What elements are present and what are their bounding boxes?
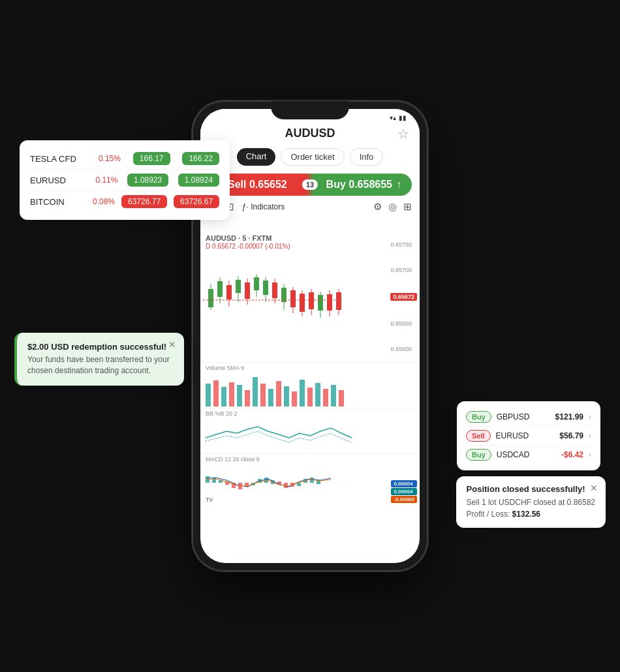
bitcoin-change: 0.08% [89,197,115,206]
svg-rect-27 [327,294,332,311]
usdcad-pos-pnl: -$6.42 [561,450,583,459]
bitcoin-sell-price[interactable]: 63726.77 [121,195,167,208]
volume-chart: Volume SMA 9 [200,362,420,408]
watchlist-row-eurusd: EURUSD 0.11% 1.08923 1.08924 [30,170,219,191]
svg-rect-39 [268,389,273,406]
gbpusd-pnl: $121.99 [555,412,583,421]
eurusd-name: EURUSD [30,176,82,185]
price-labels: 0.65750 0.65700 0.65672 0.65650 0.65600 [390,232,417,362]
svg-rect-32 [213,380,219,406]
indicators-button[interactable]: ƒ· Indicators [242,202,285,211]
star-button[interactable]: ☆ [397,126,409,142]
bb-chart: BB %B 20 2 [200,408,420,453]
tesla-name: TESLA CFD [30,154,82,164]
tesla-change: 0.15% [95,154,121,163]
tab-chart[interactable]: Chart [237,148,276,166]
sell-price: Sell 0.65652 [228,179,287,191]
svg-rect-3 [217,281,223,297]
signal-icon: ▾▴ [390,114,396,121]
position-row-usdcad[interactable]: Buy USDCAD -$6.42 › [466,446,591,464]
pos-toast-pnl: $132.56 [512,510,540,519]
svg-rect-21 [300,294,305,312]
svg-rect-33 [221,387,226,406]
current-price-tag: 0.65672 [390,293,417,301]
chart-pair-label: AUDUSD · 5 · FXTM [206,234,271,242]
svg-rect-31 [206,384,211,406]
svg-rect-38 [260,384,266,406]
svg-rect-35 [237,385,242,406]
battery-icon: ▮▮ [399,114,407,121]
svg-rect-46 [323,389,328,406]
tab-order[interactable]: Order ticket [281,148,344,166]
watchlist-row-tesla: TESLA CFD 0.15% 166.17 166.22 [30,148,219,170]
pos-toast-title: Position closed successfully! [467,484,595,494]
chart-price-change: D 0.65672 -0.00007 (-0.01%) [206,243,290,250]
main-chart: AUDUSD · 5 · FXTM D 0.65672 -0.00007 (-0… [200,232,420,362]
svg-rect-51 [212,478,216,483]
eurusd-sell-price[interactable]: 1.08923 [127,174,168,187]
tradingview-logo: TV [206,496,213,503]
gbpusd-type: Buy [466,411,491,423]
success-toast: $2.00 USD redemption successful! Your fu… [14,333,184,386]
usdcad-pos-type: Buy [466,449,491,461]
eurusd-pos-arrow-icon: › [589,431,591,440]
svg-rect-48 [339,390,344,406]
bb-label: BB %B 20 2 [206,410,238,417]
eurusd-change: 0.11% [91,176,117,185]
tab-bar: Chart Order ticket Info [200,145,420,171]
tab-info[interactable]: Info [350,148,384,166]
watchlist-card: TESLA CFD 0.15% 166.17 166.22 EURUSD 0.1… [20,140,230,220]
svg-rect-47 [331,385,336,406]
scene: ▾▴ ▮▮ AUDUSD ☆ Chart Order ticket Info ↑… [0,0,620,672]
eurusd-pos-name: EURUSD [496,431,555,440]
svg-rect-45 [315,383,320,406]
tesla-sell-price[interactable]: 166.17 [133,152,170,165]
svg-rect-41 [284,386,289,406]
watchlist-row-bitcoin: BITCOIN 0.08% 63726.77 63726.67 [30,191,219,212]
settings-icon[interactable]: ⚙ [373,201,382,213]
position-row-gbpusd[interactable]: Buy GBPUSD $121.99 › [466,408,591,427]
svg-rect-7 [236,280,241,293]
bitcoin-buy-price[interactable]: 63726.67 [174,195,219,208]
position-closed-toast: Position closed successfully! Sell 1 lot… [456,476,606,528]
pos-toast-line2: Profit / Loss: [467,510,510,519]
phone-screen: ▾▴ ▮▮ AUDUSD ☆ Chart Order ticket Info ↑… [200,109,420,563]
pos-toast-line1: Sell 1 lot USDCHF closed at 0.86582 [467,498,595,507]
macd-value-labels: 0.00004 0.00004 -0.00000 [391,480,417,503]
macd-chart: MACD 12 26 close 9 [200,453,420,506]
buy-price: Buy 0.658655 [326,179,392,191]
chart-toolbar: 5m ⊡ ƒ· Indicators ⚙ ◎ ⊞ [200,198,420,215]
position-row-eurusd[interactable]: Sell EURUSD $56.79 › [466,427,591,446]
eurusd-pos-pnl: $56.79 [559,431,583,440]
tesla-buy-price[interactable]: 166.22 [182,152,219,165]
pos-toast-close-button[interactable]: ✕ [590,483,598,493]
toast-close-button[interactable]: ✕ [168,339,176,350]
svg-rect-25 [318,295,323,311]
svg-rect-43 [300,380,305,406]
svg-rect-36 [245,390,250,406]
svg-rect-34 [229,382,234,406]
usdcad-pos-name: USDCAD [497,450,556,459]
usdcad-pos-arrow-icon: › [589,450,591,459]
bitcoin-name: BITCOIN [30,197,82,207]
buy-sell-bar: ↑ Sell 0.65652 13 Buy 0.658655 ↑ [208,174,412,196]
svg-rect-9 [245,283,250,299]
spread-badge: 13 [302,179,318,190]
eurusd-buy-price[interactable]: 1.08924 [178,174,219,187]
volume-label: Volume SMA 9 [206,365,244,371]
toast-title: $2.00 USD redemption successful! [27,342,174,352]
app-header: AUDUSD ☆ [200,124,420,145]
svg-rect-37 [253,377,258,406]
svg-rect-19 [290,290,296,307]
gbpusd-name: GBPUSD [497,412,550,421]
svg-rect-44 [307,388,313,406]
pair-title: AUDUSD [285,127,335,140]
svg-rect-42 [292,391,297,406]
filter-icon[interactable]: ⊞ [403,201,412,213]
buy-arrow-icon: ↑ [396,179,401,191]
camera-icon[interactable]: ◎ [388,201,397,213]
buy-side[interactable]: Buy 0.658655 ↑ [326,179,401,191]
pos-toast-body: Sell 1 lot USDCHF closed at 0.86582 Prof… [467,496,595,520]
macd-svg [203,462,347,504]
svg-rect-15 [272,283,277,298]
